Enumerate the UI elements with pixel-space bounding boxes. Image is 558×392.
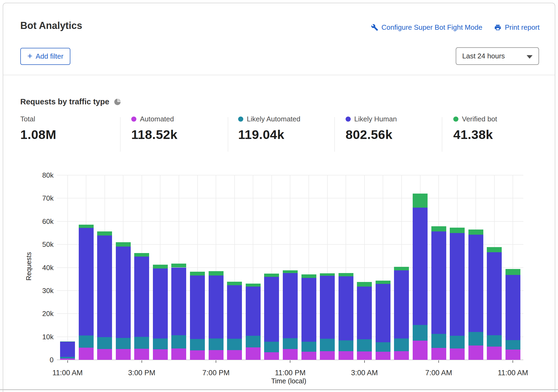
bar-segment-likely-human-500pm[interactable] [171, 268, 186, 335]
configure-super-bot-fight-mode-link[interactable]: Configure Super Bot Fight Mode [371, 23, 482, 32]
bar-segment-likely-automated-1200am[interactable] [301, 342, 316, 352]
bar-segment-automated-400pm[interactable] [153, 349, 168, 360]
bar-segment-automated-1200am[interactable] [301, 352, 316, 360]
bar-segment-automated-500am[interactable] [394, 351, 409, 360]
bar-segment-automated-700pm[interactable] [209, 350, 224, 360]
bar-segment-automated-1000am[interactable] [487, 347, 502, 360]
bar-segment-likely-human-1000pm[interactable] [264, 277, 279, 342]
bar-segment-likely-automated-500am[interactable] [394, 338, 409, 351]
bar-segment-verified-bot-200pm[interactable] [116, 242, 131, 247]
bar-segment-automated-700am[interactable] [431, 348, 446, 360]
bar-segment-verified-bot-500am[interactable] [394, 267, 409, 270]
bar-segment-likely-human-100am[interactable] [320, 276, 335, 339]
bar-segment-automated-200pm[interactable] [116, 349, 131, 360]
bar-segment-likely-human-1200am[interactable] [301, 278, 316, 342]
bar-segment-likely-human-700am[interactable] [431, 231, 446, 334]
bar-segment-automated-1100am[interactable] [60, 358, 75, 360]
bar-segment-verified-bot-300pm[interactable] [134, 253, 149, 257]
bar-segment-verified-bot-700am[interactable] [431, 226, 446, 232]
bar-segment-automated-300am[interactable] [357, 351, 372, 360]
bar-segment-likely-human-1200pm[interactable] [79, 228, 94, 336]
bar-segment-likely-human-700pm[interactable] [209, 275, 224, 339]
bar-segment-automated-1100pm[interactable] [283, 349, 298, 360]
bar-segment-automated-1000pm[interactable] [264, 352, 279, 360]
bar-segment-verified-bot-1000pm[interactable] [264, 274, 279, 277]
bar-segment-automated-800am[interactable] [450, 348, 465, 360]
bar-segment-verified-bot-300am[interactable] [357, 282, 372, 287]
bar-segment-likely-automated-1100pm[interactable] [283, 338, 298, 349]
bar-segment-likely-automated-100pm[interactable] [97, 337, 112, 349]
bar-segment-verified-bot-900am[interactable] [468, 230, 483, 235]
bar-segment-likely-automated-700pm[interactable] [209, 338, 224, 350]
bar-segment-likely-human-100pm[interactable] [97, 235, 112, 337]
bar-segment-likely-automated-1200pm[interactable] [79, 335, 94, 347]
bar-segment-likely-automated-800pm[interactable] [227, 339, 242, 350]
bar-segment-likely-automated-200am[interactable] [339, 340, 353, 351]
bar-segment-likely-human-400am[interactable] [376, 284, 390, 342]
bar-segment-likely-human-300pm[interactable] [134, 257, 149, 337]
bar-segment-likely-automated-400am[interactable] [376, 342, 390, 352]
bar-segment-likely-automated-300am[interactable] [357, 339, 372, 351]
bar-segment-automated-1200pm[interactable] [79, 348, 94, 360]
bar-segment-automated-600am[interactable] [413, 341, 428, 360]
bar-segment-likely-automated-900pm[interactable] [246, 336, 261, 347]
bar-segment-likely-human-900pm[interactable] [246, 287, 261, 336]
bar-segment-verified-bot-1200pm[interactable] [79, 225, 94, 228]
bar-segment-likely-automated-1100am[interactable] [506, 340, 520, 350]
bar-segment-likely-human-800pm[interactable] [227, 285, 242, 339]
bar-segment-likely-human-1100pm[interactable] [283, 273, 298, 338]
bar-segment-likely-automated-800am[interactable] [450, 336, 465, 348]
bar-segment-verified-bot-800am[interactable] [450, 228, 465, 233]
bar-segment-likely-human-600pm[interactable] [190, 275, 205, 339]
bar-segment-verified-bot-200am[interactable] [339, 273, 353, 276]
bar-segment-likely-human-400pm[interactable] [153, 268, 168, 339]
add-filter-button[interactable]: + Add filter [20, 48, 70, 65]
bar-segment-automated-800pm[interactable] [227, 350, 242, 360]
bar-segment-verified-bot-1000am[interactable] [487, 247, 502, 252]
bar-segment-automated-100pm[interactable] [97, 349, 112, 360]
bar-segment-likely-human-1000am[interactable] [487, 252, 502, 335]
bar-segment-automated-500pm[interactable] [171, 348, 186, 360]
bar-segment-verified-bot-900pm[interactable] [246, 284, 261, 287]
bar-segment-likely-human-1100am[interactable] [60, 342, 75, 357]
bar-segment-likely-human-900am[interactable] [468, 235, 483, 332]
bar-segment-likely-automated-600pm[interactable] [190, 339, 205, 350]
time-range-select[interactable]: Last 24 hours [456, 47, 539, 65]
bar-segment-likely-automated-1000am[interactable] [487, 335, 502, 347]
print-report-link[interactable]: Print report [494, 23, 540, 32]
bar-segment-verified-bot-400am[interactable] [376, 281, 390, 284]
bar-segment-likely-automated-1000pm[interactable] [264, 342, 279, 352]
bar-segment-verified-bot-100pm[interactable] [97, 231, 112, 235]
bar-segment-verified-bot-600am[interactable] [413, 194, 428, 207]
bar-segment-likely-automated-300pm[interactable] [134, 337, 149, 349]
bar-segment-automated-100am[interactable] [320, 351, 335, 360]
bar-segment-verified-bot-1100pm[interactable] [283, 270, 298, 273]
bar-segment-verified-bot-600pm[interactable] [190, 272, 205, 276]
bar-segment-automated-900pm[interactable] [246, 347, 261, 360]
bar-segment-automated-200am[interactable] [339, 351, 353, 360]
bar-segment-likely-human-1100am[interactable] [506, 275, 520, 340]
bar-segment-likely-human-600am[interactable] [413, 208, 428, 325]
bar-segment-automated-900am[interactable] [468, 346, 483, 360]
bar-segment-verified-bot-700pm[interactable] [209, 271, 224, 275]
bar-segment-automated-300pm[interactable] [134, 349, 149, 360]
bar-segment-likely-automated-400pm[interactable] [153, 338, 168, 349]
bar-segment-verified-bot-500pm[interactable] [171, 264, 186, 268]
bar-segment-verified-bot-100am[interactable] [320, 273, 335, 276]
bar-segment-likely-human-500am[interactable] [394, 270, 409, 338]
bar-segment-verified-bot-800pm[interactable] [227, 282, 242, 285]
bar-segment-likely-human-800am[interactable] [450, 233, 465, 336]
bar-segment-likely-automated-1100am[interactable] [60, 357, 75, 358]
bar-segment-likely-human-200pm[interactable] [116, 247, 131, 338]
bar-segment-verified-bot-1100am[interactable] [60, 341, 75, 342]
bar-segment-likely-human-200am[interactable] [339, 276, 353, 340]
bar-segment-automated-1100am[interactable] [506, 350, 520, 360]
bar-segment-likely-human-300am[interactable] [357, 287, 372, 339]
bar-segment-automated-400am[interactable] [376, 352, 390, 360]
bar-segment-verified-bot-1200am[interactable] [301, 274, 316, 278]
bar-segment-verified-bot-1100am[interactable] [506, 269, 520, 275]
bar-segment-verified-bot-400pm[interactable] [153, 265, 168, 268]
bar-segment-likely-automated-200pm[interactable] [116, 338, 131, 349]
bar-segment-likely-automated-500pm[interactable] [171, 335, 186, 349]
bar-segment-likely-automated-600am[interactable] [413, 325, 428, 341]
